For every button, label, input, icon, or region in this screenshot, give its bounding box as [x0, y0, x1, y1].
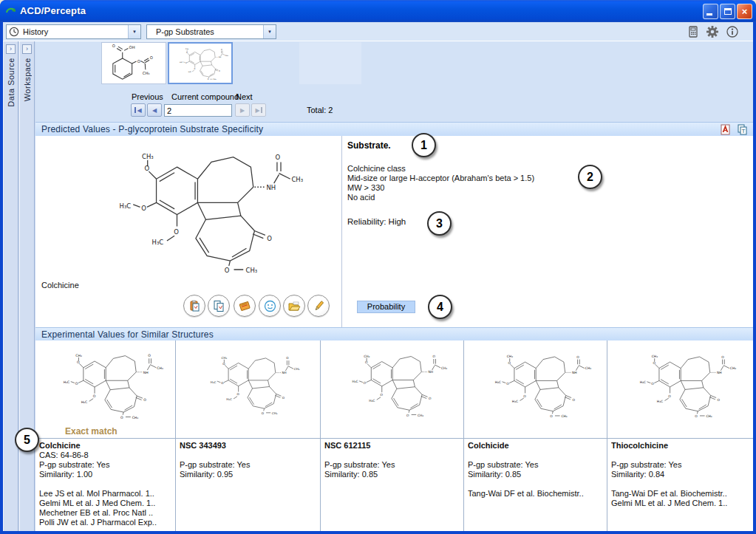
- open-file-button[interactable]: [283, 295, 305, 317]
- callout-4: 4: [428, 295, 452, 319]
- smiley-icon: [264, 300, 276, 312]
- spacer: [324, 451, 460, 460]
- thumbnail-compound-1[interactable]: [101, 42, 166, 84]
- chevron-down-icon[interactable]: ▼: [263, 25, 276, 38]
- expand-arrow-icon[interactable]: ›: [22, 44, 32, 54]
- content-area: Previous Current compound Next ◀ ◀ ▶ ▶ T…: [35, 41, 753, 531]
- similar-structure-column: NSC 612115 P-gp substrate: Yes Similarit…: [321, 340, 464, 531]
- callout-3: 3: [427, 211, 452, 236]
- probability-button[interactable]: Probability: [357, 301, 415, 313]
- sidebar-tab-workspace[interactable]: › Workspace: [19, 41, 35, 531]
- history-dropdown[interactable]: History ▼: [6, 24, 141, 39]
- compound-name-label: Colchicine: [41, 281, 79, 290]
- similarity-value: Similarity: 0.85: [324, 470, 460, 479]
- close-button[interactable]: ×: [737, 4, 752, 19]
- expand-arrow-icon[interactable]: ›: [6, 44, 16, 54]
- callout-5: 5: [15, 428, 39, 452]
- maximize-button[interactable]: [720, 4, 735, 19]
- substrate-status: P-gp substrate: Yes: [180, 460, 316, 470]
- reliability-value: Reliability: High: [347, 217, 406, 226]
- last-compound-button[interactable]: ▶: [251, 103, 266, 117]
- app-logo-icon: [5, 5, 17, 17]
- molecule-structure: [44, 346, 168, 423]
- calculator-icon[interactable]: [687, 25, 700, 38]
- thumbnail-compound-2-selected[interactable]: [168, 42, 233, 84]
- molecule-structure: [333, 346, 452, 422]
- compound-navigation: Previous Current compound Next ◀ ◀ ▶ ▶ T…: [35, 86, 753, 122]
- compound-name: NSC 612115: [324, 441, 460, 451]
- similar-structure-column: Exact match Colchicine CAS: 64-86-8 P-gp…: [35, 340, 176, 531]
- chevron-down-icon[interactable]: ▼: [128, 25, 140, 38]
- spacer: [180, 451, 316, 460]
- structure-cell: [176, 340, 320, 439]
- predicted-values-title: Predicted Values - P-glycoprotein Substr…: [41, 124, 263, 134]
- current-compound-label: Current compound: [171, 92, 239, 101]
- minimize-button[interactable]: [703, 4, 718, 19]
- next-compound-button[interactable]: ▶: [235, 103, 250, 117]
- module-dropdown[interactable]: P-gp Substrates ▼: [146, 24, 276, 39]
- history-dropdown-label: History: [19, 27, 128, 36]
- predicted-values-header: Predicted Values - P-glycoprotein Substr…: [35, 122, 753, 136]
- similar-structure-column: NSC 343493 P-gp substrate: Yes Similarit…: [176, 340, 321, 531]
- structure-cell: [607, 340, 753, 439]
- molecule-structure: [193, 346, 304, 422]
- settings-gear-icon[interactable]: [706, 25, 719, 38]
- spacer: [468, 451, 603, 460]
- info-icon[interactable]: [726, 25, 739, 38]
- reference: Tang-Wai DF et al. Biochemistr..: [611, 489, 749, 499]
- open-folder-icon: [287, 301, 301, 312]
- module-dropdown-label: P-gp Substrates: [147, 27, 263, 36]
- current-compound-input[interactable]: [164, 104, 232, 117]
- previous-label: Previous: [132, 92, 163, 101]
- open-journal-button[interactable]: [234, 295, 256, 317]
- sidebar-tab-label: Workspace: [23, 58, 32, 101]
- molecule-structure: [621, 346, 740, 423]
- copy-pages-button[interactable]: [208, 295, 230, 317]
- similar-structure-column: Colchicide P-gp substrate: Yes Similarit…: [464, 340, 607, 531]
- history-clock-icon: [9, 27, 19, 37]
- molecule-structure: [476, 346, 596, 423]
- structure-details: Thiocolchicine P-gp substrate: Yes Simil…: [607, 439, 753, 508]
- compound-name: Thiocolchicine: [611, 441, 749, 451]
- similar-structures-grid: Exact match Colchicine CAS: 64-86-8 P-gp…: [35, 340, 753, 531]
- structure-details: NSC 343493 P-gp substrate: Yes Similarit…: [176, 439, 320, 479]
- compound-name: Colchicide: [468, 441, 603, 451]
- similarity-value: Similarity: 0.84: [611, 470, 749, 479]
- edit-structure-button[interactable]: [307, 295, 330, 317]
- thumbnail-empty-slot: [299, 42, 361, 84]
- exact-match-badge: Exact match: [65, 426, 118, 437]
- spacer: [611, 479, 749, 489]
- structure-details: Colchicide P-gp substrate: Yes Similarit…: [464, 439, 607, 499]
- panel-divider: [341, 136, 342, 327]
- window-body: › Data Source › Workspace Previo: [3, 41, 753, 531]
- experimental-values-header: Experimental Values for Similar Structur…: [35, 327, 753, 340]
- export-pdf-icon[interactable]: [720, 124, 731, 135]
- class-line: No acid: [347, 193, 375, 202]
- class-line: Colchicine class: [347, 164, 406, 173]
- sidebar-tab-data-source[interactable]: › Data Source: [3, 41, 18, 531]
- feedback-smiley-button[interactable]: [259, 295, 281, 317]
- spacer: [468, 479, 603, 489]
- structure-details: Colchicine CAS: 64-86-8 P-gp substrate: …: [35, 439, 175, 527]
- reference: Gelmi ML et al. J Med Chem. 1..: [611, 499, 749, 508]
- reference: Gelmi ML et al. J Med Chem. 1..: [39, 499, 171, 508]
- arrow-right-icon: ▶: [255, 107, 259, 114]
- arrow-right-icon: ▶: [240, 107, 245, 114]
- first-compound-button[interactable]: ◀: [131, 103, 146, 117]
- previous-compound-button[interactable]: ◀: [147, 103, 162, 117]
- book-icon: [238, 300, 251, 312]
- colchicine-structure-large: [78, 143, 316, 278]
- structure-details: NSC 612115 P-gp substrate: Yes Similarit…: [321, 439, 463, 479]
- compound-thumbnail-strip: [35, 41, 753, 86]
- prediction-result: Substrate.: [347, 140, 391, 151]
- copy-structure-clipboard-button[interactable]: [183, 295, 205, 317]
- similarity-value: Similarity: 0.85: [468, 470, 603, 479]
- copy-pages-icon: [213, 300, 225, 312]
- reference: Mechetner EB et al. Proc Natl ..: [39, 508, 171, 518]
- substrate-status: P-gp substrate: Yes: [611, 460, 749, 470]
- spacer: [39, 479, 171, 489]
- reference: Lee JS et al. Mol Pharmacol. 1..: [39, 489, 171, 499]
- structure-cell: Exact match: [35, 340, 175, 439]
- copy-text-icon[interactable]: T: [737, 124, 748, 135]
- toolbar: History ▼ P-gp Substrates ▼: [3, 22, 753, 41]
